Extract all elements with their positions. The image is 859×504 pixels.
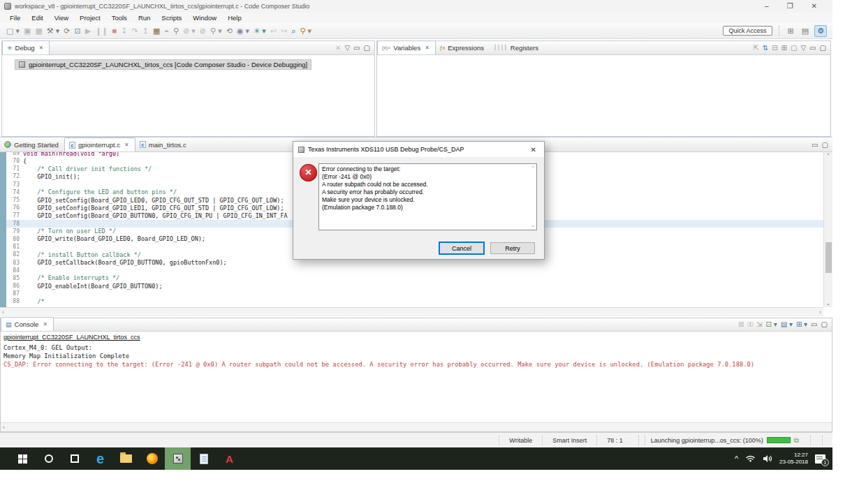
minimize-icon[interactable]: ▭ [812,139,818,151]
scroll-left-icon[interactable]: ‹ [2,308,4,316]
task-view-button[interactable] [61,447,87,470]
wifi-icon[interactable] [745,454,756,463]
cancel-button[interactable]: Cancel [439,242,484,254]
search-icon[interactable]: ⌕ [289,23,298,38]
breakpoints-skip-icon[interactable]: ⊘ [198,23,208,38]
code-line[interactable]: 85 /* Enable interrupts */ [6,274,823,282]
code-line[interactable]: 84 [6,267,823,274]
menu-item[interactable]: View [49,14,74,22]
minimize-icon[interactable]: ▭ [811,318,817,331]
minimize-icon[interactable]: ▭ [809,42,816,54]
ccs-edit-perspective-icon[interactable]: ▤ [800,26,811,36]
save-icon[interactable]: ▣ [22,23,33,38]
menu-item[interactable]: Help [222,14,247,22]
back-icon[interactable]: ↩ [268,23,279,38]
step-over-icon[interactable]: ↷ [129,23,140,38]
maximize-icon[interactable]: ▢ [822,139,828,151]
scroll-up-icon[interactable]: ⌃ [531,165,535,171]
close-button[interactable]: ✕ [812,0,817,13]
menu-item[interactable]: Tools [106,14,133,22]
console-horizontal-scrollbar[interactable]: ‹ [1,422,832,431]
editor-horizontal-scrollbar[interactable]: ‹ › [0,307,823,316]
suspend-icon[interactable]: ❙❙ [93,23,110,38]
tab-main-tirtos-c[interactable]: c main_tirtos.c [135,138,192,151]
terminate-icon[interactable]: ⊠ [738,318,744,331]
open-console-icon[interactable]: ⊞ ▾ [796,318,807,331]
clear-console-icon[interactable]: ⇲ [756,318,762,331]
pin-console-icon[interactable]: ⊡ ▾ [765,318,777,331]
tab-gpiointerrupt-c[interactable]: c gpiointerrupt.c ✕ [64,138,135,151]
code-line[interactable]: 86 GPIO_enableInt(Board_GPIO_BUTTON0); [6,282,823,290]
maximize-icon[interactable]: ▢ [820,42,826,54]
view-menu-icon[interactable]: ▽ [344,42,350,54]
new-file-icon[interactable]: ▢ ▾ [4,23,22,38]
tab-console[interactable]: ▤ Console ✕ [1,317,54,331]
refresh-icon[interactable]: ⟳ [61,23,72,38]
save-all-icon[interactable]: ▦ [33,23,44,38]
pin-icon[interactable]: ⚲ ▾ [208,23,224,38]
ccs-taskbar-button[interactable] [165,447,191,470]
tray-expand-icon[interactable]: ^ [735,454,738,463]
step-into-icon[interactable]: ↧ [119,23,129,38]
dialog-title-bar[interactable]: Texas Instruments XDS110 USB Debug Probe… [293,142,544,157]
edge-button[interactable]: e [87,447,113,470]
profile-icon[interactable]: ◉ ▾ [235,23,251,38]
notepad-button[interactable] [191,447,216,470]
minimize-button[interactable]: – [765,0,769,13]
breakpoints-disable-icon[interactable]: ⊘ ▾ [181,23,198,38]
menu-item[interactable]: Window [187,14,222,22]
remove-all-terminated-icon[interactable]: ✕ [335,42,341,54]
firefox-button[interactable] [139,447,165,470]
forward-icon[interactable]: ↪ [279,23,289,38]
tab-debug[interactable]: ✳ Debug ✕ [2,40,50,54]
pin-view-icon[interactable]: ▢ [791,42,797,54]
scroll-down-icon[interactable]: ⌄ [531,223,535,228]
memory-browser-icon[interactable]: ▦ [151,23,162,38]
acrobat-button[interactable]: A [216,447,242,470]
tab-close-icon[interactable]: ✕ [43,321,47,327]
terminate-icon[interactable]: ■ [110,23,119,38]
tab-close-icon[interactable]: ✕ [425,45,430,51]
tab-expressions[interactable]: ƒx Expressions [436,40,490,54]
start-button[interactable] [10,447,36,470]
action-center-icon[interactable]: 1 [815,454,825,464]
quick-access-button[interactable]: Quick Access [723,26,772,36]
restore-button[interactable]: ❐ [787,0,793,13]
maximize-icon[interactable]: ▢ [364,42,370,54]
code-line[interactable]: 83 GPIO_setCallback(Board_GPIO_BUTTON0, … [6,258,823,266]
tab-getting-started[interactable]: Getting Started [0,138,64,151]
tab-close-icon[interactable]: ✕ [124,142,129,148]
connect-target-icon[interactable]: ⌁ [162,23,171,38]
flashlight-icon[interactable]: ⚲ ▾ [298,23,314,38]
menu-item[interactable]: Scripts [156,14,187,22]
ccs-debug-perspective-icon[interactable]: ⚙ [814,25,827,37]
step-return-icon[interactable]: ↥ [140,23,151,38]
code-line[interactable]: 87 [6,290,823,297]
display-console-icon[interactable]: ▤ ▾ [781,318,793,331]
menu-item[interactable]: Run [133,14,156,22]
scroll-down-icon[interactable]: ⌄ [824,301,832,306]
resume-icon[interactable]: ▶ [83,23,93,38]
menu-item[interactable]: Edit [26,14,48,22]
minimize-icon[interactable]: ▭ [353,42,360,54]
new-view-icon[interactable]: ⊞ [781,42,787,54]
scroll-left-icon[interactable]: ‹ [3,423,5,431]
show-logical-structure-icon[interactable]: ⇅ [763,42,768,54]
error-message-box[interactable]: Error connecting to the target:(Error -2… [318,163,537,230]
launch-progress[interactable]: Launching gpiointerrup...os_ccs: (100%) … [645,436,805,445]
tab-close-icon[interactable]: ✕ [39,45,44,51]
clock[interactable]: 12:27 23-05-2018 [779,452,808,466]
view-menu-icon[interactable]: ▽ [800,42,806,54]
dialog-close-button[interactable]: ✕ [528,146,539,154]
show-type-names-icon[interactable]: ⇱ [753,42,758,54]
scroll-up-icon[interactable]: ⌃ [824,153,832,158]
tab-variables[interactable]: (x)= Variables ✕ [377,40,436,54]
debug-session-item[interactable]: gpiointerrupt_CC3220SF_LAUNCHXL_tirtos_c… [15,59,311,70]
scroll-lock-icon[interactable]: ⚿ [747,318,753,331]
flash-icon[interactable]: ⚲ [171,23,181,38]
menu-item[interactable]: Project [74,14,106,22]
open-perspective-icon[interactable]: ⊞ [786,26,796,36]
collapse-all-icon[interactable]: ⊟ [772,42,777,54]
scrollbar-thumb[interactable] [825,242,832,273]
console-output[interactable]: gpiointerrupt_CC3220SF_LAUNCHXL_tirtos_c… [1,332,832,422]
